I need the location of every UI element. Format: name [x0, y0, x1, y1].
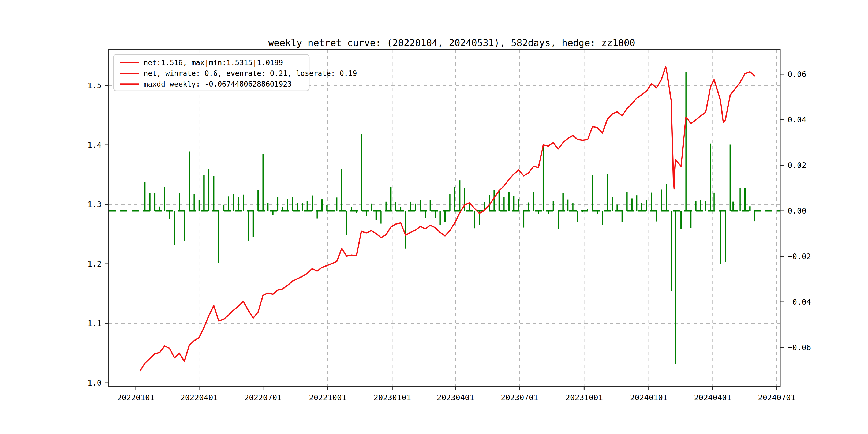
left-tick-label: 1.2 [88, 259, 101, 269]
x-tick-label: 20230401 [437, 393, 474, 402]
x-tick-label: 20240701 [758, 393, 796, 402]
right-tick-label: −0.06 [787, 343, 811, 352]
right-tick-label: −0.02 [787, 252, 811, 261]
net-curve [140, 67, 755, 371]
x-tick-label: 20220101 [117, 393, 155, 402]
legend-label-maxdd: maxdd_weekly: -0.06744806288601923 [144, 80, 292, 88]
x-tick-label: 20220701 [244, 393, 282, 402]
weekly-netret-chart-figure: weekly netret curve: (20220104, 20240531… [0, 0, 868, 434]
x-tick-label: 20220401 [180, 393, 218, 402]
plot-border [108, 50, 780, 386]
x-tick-label: 20230101 [373, 393, 411, 402]
right-tick-label: 0.04 [787, 115, 806, 124]
net-curve-line [140, 67, 755, 371]
left-tick-label: 1.0 [88, 378, 101, 388]
right-tick-label: 0.02 [787, 161, 806, 170]
x-tick-label: 20240101 [630, 393, 668, 402]
chart-canvas: weekly netret curve: (20220104, 20240531… [0, 0, 868, 434]
left-tick-label: 1.3 [88, 200, 101, 209]
legend-label-net: net:1.516, max|min:1.5315|1.0199 [144, 58, 283, 67]
right-tick-label: −0.04 [787, 298, 811, 307]
left-tick-label: 1.4 [88, 141, 101, 150]
x-tick-label: 20221001 [309, 393, 346, 402]
x-tick-label: 20230701 [501, 393, 538, 402]
chart-title: weekly netret curve: (20220104, 20240531… [268, 37, 635, 48]
legend: net:1.516, max|min:1.5315|1.0199 net, wi… [114, 54, 357, 91]
x-axis-ticks: 2022010120220401202207012022100120230101… [117, 386, 796, 402]
grid-lines [108, 50, 780, 386]
left-tick-label: 1.5 [88, 81, 101, 90]
left-axis-ticks: 1.01.11.21.31.41.5 [88, 81, 108, 388]
left-tick-label: 1.1 [88, 319, 101, 328]
x-tick-label: 20240401 [694, 393, 732, 402]
x-tick-label: 20231001 [565, 393, 603, 402]
weekly-return-bars [145, 72, 755, 364]
legend-label-winrate: net, winrate: 0.6, evenrate: 0.21, loser… [144, 69, 357, 78]
right-axis-ticks: 0.060.040.020.00−0.02−0.04−0.06 [780, 70, 811, 352]
right-tick-label: 0.06 [787, 70, 806, 79]
right-tick-label: 0.00 [787, 206, 806, 215]
